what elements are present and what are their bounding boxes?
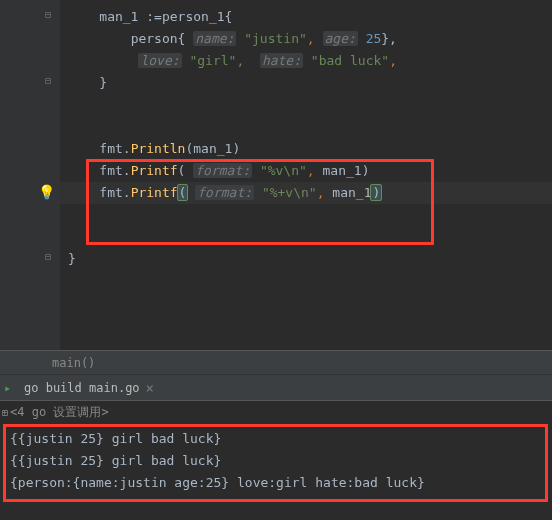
code-line[interactable] — [60, 94, 552, 116]
breadcrumb-item[interactable]: main() — [52, 356, 95, 370]
code-line[interactable]: man_1 :=person_1{ — [60, 6, 552, 28]
gutter: ⊟ ⊟ 💡 ⊟ — [0, 0, 60, 350]
run-icon: ▸ — [4, 381, 18, 395]
code-line[interactable]: fmt.Println(man_1) — [60, 138, 552, 160]
code-line[interactable]: person{ name: "justin", age: 25}, — [60, 28, 552, 50]
fold-close-icon[interactable]: ⊟ — [42, 251, 54, 263]
run-tab-label[interactable]: go build main.go — [24, 381, 140, 395]
close-icon[interactable]: × — [146, 380, 154, 396]
code-line[interactable]: } — [60, 248, 552, 270]
output-line: {{justin 25} girl bad luck} — [10, 450, 552, 472]
code-line[interactable] — [60, 204, 552, 226]
fold-open-icon[interactable]: ⊟ — [42, 9, 54, 21]
code-line[interactable]: fmt.Printf( format: "%v\n", man_1) — [60, 160, 552, 182]
console-header[interactable]: ⊞<4 go 设置调用> — [0, 400, 552, 422]
lightbulb-icon[interactable]: 💡 — [38, 184, 52, 198]
code-line[interactable] — [60, 116, 552, 138]
code-content[interactable]: man_1 :=person_1{ person{ name: "justin"… — [60, 0, 552, 350]
code-line[interactable]: fmt.Printf( format: "%+v\n", man_1) — [60, 182, 552, 204]
run-tab-bar: ▸ go build main.go × — [0, 374, 552, 400]
code-line[interactable]: love: "girl", hate: "bad luck", — [60, 50, 552, 72]
fold-close-icon[interactable]: ⊟ — [42, 75, 54, 87]
breadcrumb[interactable]: main() — [0, 350, 552, 374]
code-line[interactable] — [60, 226, 552, 248]
code-line[interactable]: } — [60, 72, 552, 94]
console-output[interactable]: {{justin 25} girl bad luck} {{justin 25}… — [0, 422, 552, 520]
expand-icon[interactable]: ⊞ — [2, 407, 8, 418]
code-editor[interactable]: ⊟ ⊟ 💡 ⊟ man_1 :=person_1{ person{ name: … — [0, 0, 552, 350]
output-line: {{justin 25} girl bad luck} — [10, 428, 552, 450]
output-line: {person:{name:justin age:25} love:girl h… — [10, 472, 552, 494]
